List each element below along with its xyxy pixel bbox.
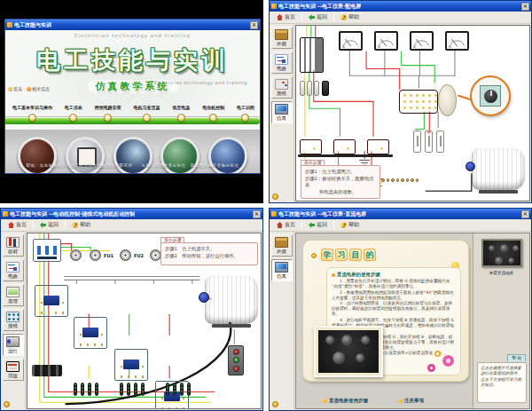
motor-foot bbox=[212, 324, 251, 328]
switch-faceplate bbox=[480, 85, 501, 107]
menu-button-icon[interactable] bbox=[28, 114, 36, 122]
help-button[interactable]: ?帮助 bbox=[337, 12, 363, 23]
hint-icon[interactable] bbox=[272, 194, 278, 200]
toolbar: 首页 返回 ?帮助 bbox=[270, 12, 531, 24]
home-icon bbox=[8, 222, 14, 228]
motor-shaft-cap bbox=[199, 292, 209, 303]
bullet-icon bbox=[323, 399, 327, 403]
ammeter-2: A bbox=[374, 31, 398, 51]
simulation-canvas: FU1 FU2 bbox=[27, 233, 262, 409]
contactor bbox=[74, 317, 107, 349]
menu-button-icon[interactable] bbox=[209, 114, 217, 122]
contactor bbox=[114, 349, 148, 381]
toolbar-separator bbox=[301, 221, 302, 229]
hint-icon[interactable] bbox=[4, 401, 10, 407]
app-icon bbox=[271, 4, 277, 9]
hint-icon[interactable] bbox=[272, 401, 278, 407]
screen-distribution-panel: 电工技能与实训 --电工仪表·配电屏 × 首页 返回 ?帮助 外观 电路 接线 … bbox=[269, 0, 532, 203]
info-link[interactable]: 相关信息 bbox=[27, 86, 50, 91]
sidebar-item-materials[interactable]: 器材 bbox=[3, 234, 24, 257]
menu-item-instruments[interactable]: 电工仪表 bbox=[65, 105, 82, 122]
bridge-photo bbox=[314, 326, 383, 377]
link-usage-steps[interactable]: 直流电桥使用步骤 bbox=[323, 398, 368, 404]
sidebar-item-circuit[interactable]: 电路 bbox=[271, 51, 293, 74]
sidebar-item-wiring[interactable]: 接线 bbox=[271, 76, 293, 99]
bridge-thumbnail[interactable] bbox=[481, 239, 522, 267]
close-button[interactable]: × bbox=[253, 210, 261, 218]
sidebar-item-appearance[interactable]: 外观 bbox=[271, 27, 293, 49]
help-button[interactable]: ?帮助 bbox=[68, 219, 94, 231]
topic-links: 直流电桥使用步骤 注意事项 bbox=[323, 398, 424, 404]
toolbar: 首页 返回 ?帮助 bbox=[1, 219, 262, 232]
home-button[interactable]: 首页 bbox=[273, 219, 299, 231]
menu-item-motor-control[interactable]: 电动机控制 bbox=[202, 105, 224, 122]
fuse-holder bbox=[322, 81, 329, 96]
link-precautions[interactable]: 注意事项 bbox=[398, 398, 424, 404]
sidebar-item-appearance[interactable]: 外观 bbox=[271, 234, 293, 257]
back-button[interactable]: 返回 bbox=[305, 12, 331, 23]
home-icon bbox=[277, 14, 283, 20]
rotary-knob[interactable] bbox=[484, 90, 497, 103]
changeover-switch-body[interactable] bbox=[399, 90, 438, 114]
menu-button-icon[interactable] bbox=[241, 114, 249, 122]
help-box: 点击右侧图片可选择要进行仿真模拟的器件。 点击下方按钮可学习相关知识。 bbox=[477, 362, 527, 403]
ammeter-1: A bbox=[339, 31, 363, 51]
knife-switch[interactable] bbox=[32, 365, 62, 376]
circuit-icon bbox=[6, 262, 20, 273]
fault-icon bbox=[6, 361, 20, 372]
sidebar-item-wiring[interactable]: 接线 bbox=[3, 309, 24, 331]
titlebar: 电工技能与实训 × bbox=[5, 20, 260, 30]
toolbar-separator bbox=[301, 13, 302, 21]
menu-button-icon[interactable] bbox=[143, 114, 151, 122]
menu-button-icon[interactable] bbox=[69, 114, 77, 122]
home-button[interactable]: 首页 bbox=[273, 12, 299, 23]
home-button[interactable]: 首页 bbox=[4, 219, 30, 231]
box-icon bbox=[275, 29, 288, 40]
menu-item-lv-apparatus[interactable]: 低压电器 bbox=[172, 105, 190, 122]
sidebar-item-run[interactable]: 运行 bbox=[3, 334, 24, 356]
app-window: 电工技能与实训 --电工仪表·直流电桥 × 首页 返回 ?帮助 外观 仿真 bbox=[269, 208, 532, 411]
music-toggle[interactable]: 音乐 bbox=[8, 86, 22, 91]
sidebar: 器材 电路 原理 接线 运行 排故 bbox=[1, 232, 26, 410]
fuse-carrier bbox=[436, 130, 444, 153]
operation-steps: 步骤1 合上电源开关。 步骤2 按动按钮，进行运行操作。 bbox=[160, 242, 258, 265]
menu-item-lighting[interactable]: 照明电路安装 bbox=[95, 105, 121, 122]
current-transformer-3 bbox=[367, 139, 389, 154]
menu-item-diagram-reading[interactable]: 电工识图 bbox=[237, 105, 254, 122]
close-button[interactable]: × bbox=[521, 3, 529, 11]
voltmeter: V bbox=[445, 31, 469, 51]
back-button[interactable]: 返回 bbox=[36, 219, 62, 231]
principle-icon bbox=[6, 287, 20, 297]
start-button[interactable] bbox=[233, 357, 239, 363]
reverse-button[interactable] bbox=[233, 366, 239, 372]
sidebar-item-simulation[interactable]: 仿真 bbox=[271, 101, 293, 123]
app-icon bbox=[3, 211, 8, 217]
sidebar-item-circuit[interactable]: 电路 bbox=[3, 259, 24, 281]
menu-button-icon[interactable] bbox=[104, 114, 112, 122]
window-title: 电工技能与实训 --电工仪表·配电屏 bbox=[278, 3, 361, 11]
flower-decoration bbox=[426, 351, 456, 374]
sidebar-item-troubleshoot[interactable]: 排故 bbox=[3, 359, 24, 381]
help-button[interactable]: ?帮助 bbox=[337, 219, 363, 231]
bullet-icon bbox=[311, 253, 317, 258]
knife-switch[interactable] bbox=[300, 37, 324, 73]
back-button[interactable]: 返回 bbox=[305, 219, 331, 231]
help-icon: ? bbox=[340, 222, 347, 228]
menu-item-motors-transformers[interactable]: 电机与变压器 bbox=[133, 105, 160, 122]
help-icon: ? bbox=[340, 14, 347, 20]
fuse-3 bbox=[120, 249, 131, 261]
content-heading: 直流电桥的使用步骤 bbox=[337, 272, 380, 278]
close-button[interactable]: × bbox=[250, 21, 258, 29]
credits-line: 研制：大连海事大学信息工程学院信息教育技术研究所 出版：高等教育出版社 高等教育… bbox=[5, 163, 260, 168]
stop-button[interactable] bbox=[233, 349, 239, 355]
menu-button-icon[interactable] bbox=[177, 114, 185, 122]
circuit-icon bbox=[275, 54, 288, 65]
menu-item-basics[interactable]: 电工基本常识与操作 bbox=[12, 105, 52, 122]
sidebar-item-principle[interactable]: 原理 bbox=[3, 284, 24, 306]
circuit-breaker[interactable] bbox=[33, 239, 61, 262]
window-title: 电工技能与实训 --电动机控制·绕线式电动机起动控制 bbox=[10, 210, 135, 218]
terminal-strip bbox=[381, 178, 419, 182]
sidebar-item-simulation[interactable]: 仿真 bbox=[271, 259, 293, 281]
close-button[interactable]: × bbox=[521, 210, 529, 218]
operation-steps: 步骤1：合上电源闸刀。 步骤2：拨动转换开关，观察电压表 和电流表的读数。 bbox=[301, 165, 380, 199]
